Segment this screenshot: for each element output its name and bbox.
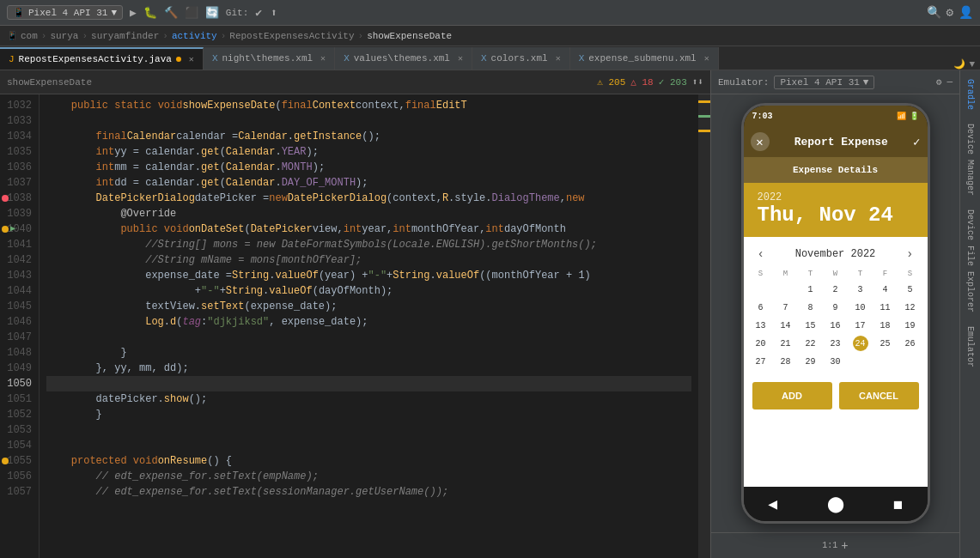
tabs-overflow[interactable]: 🌙 ▼ (948, 58, 980, 70)
tab-night-themes[interactable]: X night\themes.xml ✕ (204, 47, 335, 70)
cal-day-3[interactable]: 3 (849, 281, 873, 298)
warning-count: ⚠ 205 (597, 76, 625, 88)
emulator-btn[interactable]: Emulator (964, 321, 977, 373)
gear-icon[interactable]: ⚙ (936, 76, 942, 88)
cal-day-22[interactable]: 22 (799, 335, 823, 352)
line-1055: 1055 (0, 453, 39, 469)
cal-day-21[interactable]: 21 (774, 335, 798, 352)
bc-com[interactable]: com (21, 31, 38, 41)
sync-icon[interactable]: 🔄 (204, 4, 221, 21)
back-nav-btn[interactable]: ◀ (768, 494, 777, 513)
cal-day-29[interactable]: 29 (799, 353, 823, 370)
expand-icon[interactable]: ⬆⬇ (692, 76, 703, 88)
cal-day-26[interactable]: 26 (898, 335, 922, 352)
bc-class[interactable]: RepostExpensesActivity (229, 31, 354, 41)
cal-day-28[interactable]: 28 (774, 353, 798, 370)
debug-icon[interactable]: 🐛 (142, 4, 159, 21)
tab-colors[interactable]: X colors.xml ✕ (472, 47, 570, 70)
device-badge[interactable]: 📱 Pixel 4 API 31 ▼ (7, 5, 123, 20)
device-file-btn[interactable]: Device File Explorer (964, 204, 977, 318)
cal-day-20[interactable]: 20 (749, 335, 773, 352)
emulator-device-badge[interactable]: Pixel 4 API 31 ▼ (774, 76, 874, 89)
cal-day-1[interactable]: 1 (799, 281, 823, 298)
close-icon[interactable]: ✕ (189, 54, 194, 64)
ratio-label: 1:1 (822, 541, 837, 550)
phone-status-bar: 7:03 📶 🔋 (744, 106, 928, 126)
home-nav-btn[interactable]: ⬤ (827, 494, 844, 513)
add-button[interactable]: ADD (752, 382, 832, 409)
settings-icon[interactable]: ⚙ (947, 5, 953, 20)
line-1047: 1047 (0, 330, 39, 345)
build-icon[interactable]: 🔨 (162, 4, 180, 21)
add-icon[interactable]: + (841, 539, 848, 553)
cal-day-4[interactable]: 4 (873, 281, 898, 298)
close-icon[interactable]: ✕ (704, 53, 709, 64)
line-1035: 1035 (0, 144, 39, 160)
calendar-nav: ‹ November 2022 › (749, 242, 922, 268)
code-line-1040: public void onDateSet(DatePicker view, i… (46, 221, 691, 237)
cal-day-10[interactable]: 10 (849, 299, 873, 316)
cal-day-8[interactable]: 8 (799, 299, 823, 316)
tab-repost-activity[interactable]: J RepostExpensesActivity.java ✕ (0, 47, 204, 70)
cal-day-17[interactable]: 17 (849, 317, 873, 334)
cal-day-empty-5 (898, 353, 922, 370)
bc-suryamfinder[interactable]: suryamfinder (91, 31, 159, 41)
recents-nav-btn[interactable]: ◼ (893, 494, 903, 513)
cal-day-6[interactable]: 6 (749, 299, 773, 316)
cal-day-27[interactable]: 27 (749, 353, 773, 370)
cal-day-2[interactable]: 2 (824, 281, 848, 298)
cal-day-30[interactable]: 30 (824, 353, 848, 370)
cal-day-16[interactable]: 16 (824, 317, 848, 334)
close-icon[interactable]: ✕ (320, 53, 326, 64)
expense-details-tab[interactable]: Expense Details (744, 157, 928, 183)
prev-month-btn[interactable]: ‹ (752, 246, 770, 263)
cal-day-24-today[interactable]: 24 (853, 336, 868, 351)
git-branch[interactable]: ⬆ (269, 4, 279, 21)
datepicker-buttons: ADD CANCEL (744, 375, 928, 416)
cal-day-19[interactable]: 19 (898, 317, 922, 334)
cal-day-11[interactable]: 11 (873, 299, 898, 316)
emulator-body: 7:03 📶 🔋 ✕ Report Expense ✓ Expense Deta… (711, 94, 959, 532)
tab-values-themes[interactable]: X values\themes.xml ✕ (335, 47, 472, 70)
close-icon[interactable]: ✕ (458, 53, 463, 64)
cal-day-25[interactable]: 25 (873, 335, 898, 352)
cal-day-18[interactable]: 18 (873, 317, 898, 334)
cal-day-5[interactable]: 5 (898, 281, 922, 298)
cancel-button[interactable]: CANCEL (839, 382, 919, 409)
bc-activity[interactable]: activity (172, 31, 217, 41)
search-icon[interactable]: 🔍 (927, 5, 941, 20)
cal-day-12[interactable]: 12 (898, 299, 922, 316)
cal-day-14[interactable]: 14 (774, 317, 798, 334)
line-1054: 1054 (0, 438, 39, 453)
line-1034: 1034 (0, 129, 39, 144)
cal-day-15[interactable]: 15 (799, 317, 823, 334)
datepicker-day: Thu, Nov 24 (758, 203, 914, 227)
cal-header-t2: T (849, 268, 873, 280)
top-bar-left: 📱 Pixel 4 API 31 ▼ ▶ 🐛 🔨 ⬛ 🔄 Git: ✔ ⬆ (7, 4, 279, 21)
code-line-1048: } (46, 345, 691, 361)
gradle-btn[interactable]: Gradle (964, 74, 977, 115)
bc-method[interactable]: showExpenseDate (367, 31, 452, 41)
check-icon[interactable]: ✓ (913, 135, 920, 149)
code-lines[interactable]: public static void showExpenseDate(final… (40, 94, 698, 558)
cal-day-7[interactable]: 7 (774, 299, 798, 316)
file-tabs: J RepostExpensesActivity.java ✕ X night\… (0, 46, 980, 70)
cal-day-13[interactable]: 13 (749, 317, 773, 334)
tab-expense-submenu[interactable]: X expense_submenu.xml ✕ (570, 47, 719, 70)
git-checkmark[interactable]: ✔ (253, 4, 264, 21)
run-icon[interactable]: ▶ (128, 4, 138, 21)
minus-icon[interactable]: — (947, 76, 953, 88)
profile-icon[interactable]: 👤 (959, 5, 973, 20)
next-month-btn[interactable]: › (901, 246, 918, 263)
stop-icon[interactable]: ⬛ (183, 4, 200, 21)
cal-day-9[interactable]: 9 (824, 299, 848, 316)
java-icon: J (9, 54, 15, 64)
chevron-down-icon: ▼ (863, 77, 869, 88)
bc-surya[interactable]: surya (50, 31, 78, 41)
device-label: Pixel 4 API 31 (28, 8, 107, 18)
device-manager-btn[interactable]: Device Manager (964, 118, 977, 201)
back-icon[interactable]: ✕ (751, 132, 770, 151)
close-icon[interactable]: ✕ (556, 53, 561, 64)
cal-day-23[interactable]: 23 (824, 335, 848, 352)
code-line-1044: + "-" + String.valueOf(dayOfMonth); (46, 283, 691, 299)
